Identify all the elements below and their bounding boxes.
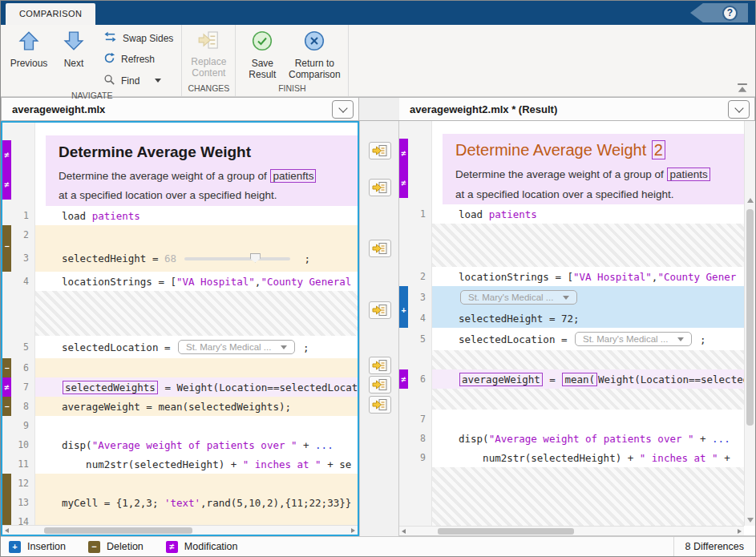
line-number — [408, 350, 432, 369]
line-content: Determine Average Weight 2Determine the … — [432, 134, 744, 204]
code-text: at a specified location over a specified… — [59, 189, 277, 201]
code-line[interactable]: ≠6averageWeight = mean(Weight(Location==… — [399, 369, 744, 389]
code-text: ; — [298, 252, 310, 264]
replace-content-button[interactable]: Replace Content — [186, 25, 231, 79]
scroll-right-arrow-icon[interactable] — [738, 529, 742, 534]
merge-change-button[interactable] — [369, 396, 391, 414]
statusbar: + Insertion − Deletion ≠ Modification 8 … — [1, 536, 755, 556]
code-text: locationStrings = [ — [62, 276, 176, 288]
collapse-ribbon-button[interactable] — [737, 82, 748, 91]
changed-token: patienfts — [270, 169, 316, 183]
arrow-up-icon — [18, 30, 39, 54]
code-line[interactable]: 3selectedHeight = 68 ; — [2, 244, 358, 272]
horizontal-scrollbar[interactable] — [399, 526, 744, 535]
line-content: selectedLocation = St. Mary's Medical ..… — [432, 328, 744, 350]
code-line[interactable]: −2 — [2, 225, 358, 244]
deletion-label: Deletion — [107, 541, 144, 552]
return-to-comparison-button[interactable]: Return to Comparison — [285, 25, 344, 80]
merge-change-button[interactable] — [369, 357, 391, 374]
code-text: selectedHeight = — [62, 252, 164, 264]
swap-sides-label: Swap Sides — [123, 33, 173, 44]
markdown-section[interactable]: ≠≠Determine Average Weight 2Determine th… — [399, 134, 744, 204]
help-button[interactable]: ? — [690, 3, 748, 22]
scroll-down-arrow-icon[interactable] — [747, 518, 754, 523]
location-dropdown[interactable]: St. Mary's Medical ... — [178, 340, 295, 354]
vertical-scrollbar[interactable] — [744, 121, 755, 526]
code-text: " inches at " — [640, 452, 718, 464]
code-line[interactable]: 9 — [2, 416, 358, 435]
save-result-button[interactable]: Save Result — [240, 25, 285, 80]
dropdown-value: St. Mary's Medical ... — [468, 293, 553, 302]
line-number: 4 — [408, 309, 432, 328]
modification-label: Modification — [184, 541, 238, 552]
code-line[interactable]: 2locationStrings = ["VA Hospital","Count… — [399, 267, 744, 286]
merge-change-button[interactable] — [369, 240, 391, 257]
code-text: locationStrings = [ — [459, 271, 573, 283]
code-line[interactable]: −6 — [2, 358, 358, 377]
next-button[interactable]: Next — [51, 25, 96, 70]
line-number — [408, 389, 432, 410]
scroll-left-arrow-icon[interactable] — [402, 529, 406, 534]
code-line[interactable]: 5selectedLocation = St. Mary's Medical .… — [399, 328, 744, 350]
line-content — [35, 123, 358, 135]
line-number: 10 — [11, 435, 35, 454]
changed-token: patients — [667, 168, 710, 181]
diff-mark-strip: − — [2, 225, 11, 244]
merge-change-button[interactable] — [369, 142, 391, 159]
right-panel-menu-button[interactable] — [728, 100, 750, 119]
scrollbar-thumb[interactable] — [746, 209, 754, 426]
code-line[interactable]: 12 — [2, 474, 358, 493]
scrollbar-thumb[interactable] — [438, 528, 574, 535]
location-dropdown[interactable]: St. Mary's Medical ... — [460, 290, 577, 305]
scroll-up-arrow-icon[interactable] — [747, 198, 754, 203]
code-line[interactable]: 4selectedHeight = 72; — [399, 309, 744, 328]
changed-token: mean( — [562, 373, 597, 386]
code-line[interactable]: 11 num2str(selectedHeight) + " inches at… — [2, 454, 358, 474]
code-line[interactable]: −8averageWeight = mean(selectedWeights); — [2, 397, 358, 416]
diff-mark-strip: − — [2, 358, 11, 377]
dropdown-value: St. Mary's Medical ... — [583, 334, 668, 344]
merge-change-button[interactable] — [369, 179, 391, 196]
line-number: 11 — [11, 454, 35, 474]
code-line[interactable]: 5selectedLocation = St. Mary's Medical .… — [2, 336, 358, 358]
previous-button[interactable]: Previous — [6, 25, 51, 70]
line-content: St. Mary's Medical ... — [432, 286, 744, 309]
scroll-right-arrow-icon[interactable] — [351, 528, 355, 533]
line-number — [408, 121, 432, 134]
refresh-button[interactable]: Refresh — [101, 51, 176, 68]
code-line[interactable]: 1load patients — [2, 206, 358, 225]
location-dropdown[interactable]: St. Mary's Medical ... — [575, 332, 692, 346]
scrollbar-thumb[interactable] — [44, 527, 192, 534]
line-content: Determine Average WeightDetermine the av… — [35, 135, 358, 206]
code-line[interactable]: 10disp("Average weight of patients over … — [2, 435, 358, 454]
legend-modification: ≠ Modification — [166, 541, 238, 553]
horizontal-scrollbar[interactable] — [2, 525, 358, 535]
markdown-section[interactable]: ≠≠Determine Average WeightDetermine the … — [2, 135, 358, 206]
height-slider[interactable] — [184, 252, 290, 264]
code-line[interactable]: 8disp("Average weight of patients over "… — [399, 429, 744, 448]
merge-change-button[interactable] — [369, 376, 391, 394]
swap-sides-button[interactable]: Swap Sides — [101, 30, 176, 46]
code-line[interactable]: 9 num2str(selectedHeight) + " inches at … — [399, 448, 744, 467]
code-line[interactable]: 4locationStrings = ["VA Hospital","Count… — [2, 272, 358, 291]
scroll-left-arrow-icon[interactable] — [5, 528, 9, 533]
left-panel-menu-button[interactable] — [332, 100, 354, 119]
code-line[interactable]: 7 — [399, 410, 744, 429]
code-text: load — [62, 210, 92, 222]
code-line[interactable]: ≠7selectedWeights = Weight(Location==sel… — [2, 377, 358, 397]
code-line[interactable]: 13myCell = {1,2,3; 'text',rand(5,10,2),{… — [2, 493, 358, 512]
line-number: 7 — [408, 410, 432, 429]
code-line[interactable]: 1load patients — [399, 204, 744, 224]
find-dropdown-caret-icon[interactable] — [155, 79, 161, 83]
line-number: 2 — [408, 267, 432, 286]
diff-mark: − — [4, 402, 9, 411]
diff-mark-strip: ≠ — [399, 369, 408, 389]
merge-change-button[interactable] — [369, 301, 391, 319]
document-paragraph: at a specified location over a specified… — [59, 188, 345, 204]
previous-label: Previous — [10, 59, 48, 70]
code-line[interactable]: +3St. Mary's Medical ... — [399, 286, 744, 309]
line-number: 9 — [11, 416, 35, 435]
tab-comparison[interactable]: COMPARISON — [6, 3, 95, 25]
find-button[interactable]: Find — [101, 72, 176, 89]
code-line[interactable]: 14 — [2, 512, 358, 525]
